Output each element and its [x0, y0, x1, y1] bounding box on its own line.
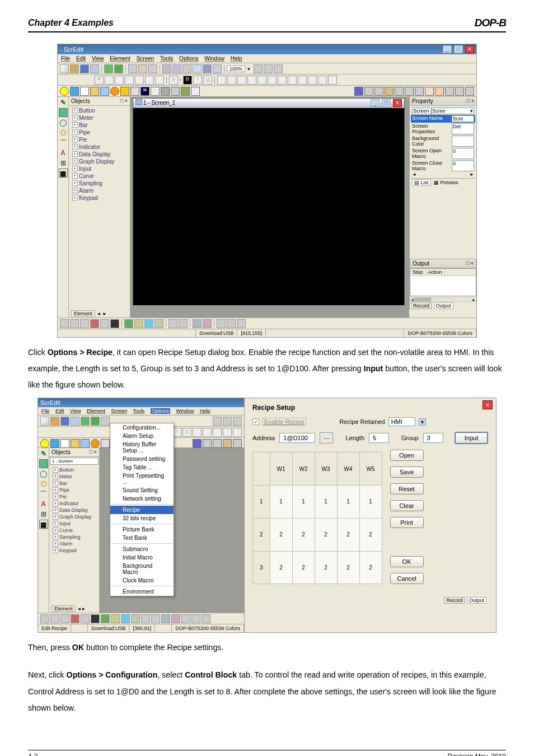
text-icon[interactable]: A	[39, 500, 48, 508]
mi-print-typeset[interactable]: Print Typesetting ...	[110, 472, 174, 486]
clear-button[interactable]: Clear	[390, 500, 424, 511]
tree-data-display[interactable]: Data Display	[51, 507, 97, 514]
grid-icon[interactable]	[191, 614, 200, 623]
open-icon[interactable]	[70, 64, 79, 73]
tree-button[interactable]: Button	[71, 107, 128, 114]
tool-icon[interactable]	[223, 439, 232, 448]
length-field[interactable]: 5	[369, 433, 389, 443]
align-center-icon[interactable]	[70, 319, 79, 328]
tree-graph-display[interactable]: Graph Display	[51, 514, 97, 520]
print-icon[interactable]	[203, 64, 212, 73]
tree-keypad[interactable]: Keypad	[71, 194, 128, 202]
scroll-left-icon[interactable]: ◄	[412, 172, 416, 177]
tree-meter[interactable]: Meter	[51, 473, 97, 480]
scale-icon[interactable]: ⊞	[59, 158, 68, 167]
undo-icon[interactable]	[162, 64, 171, 73]
grid-icon[interactable]	[181, 614, 190, 623]
tree-pie[interactable]: Pie	[51, 493, 97, 500]
bar-icon[interactable]	[71, 439, 79, 448]
tool-icon[interactable]	[168, 319, 177, 328]
align-left-icon[interactable]	[105, 76, 114, 85]
curve-icon[interactable]	[171, 87, 180, 96]
menu-screen[interactable]: Screen	[111, 408, 127, 414]
tool-icon[interactable]	[268, 76, 277, 85]
scroll-thumb[interactable]	[414, 298, 431, 301]
underline-text-icon[interactable]: A	[169, 76, 178, 85]
tree-alarm[interactable]: Alarm	[51, 540, 97, 547]
property-close[interactable]: □ ×	[467, 98, 474, 104]
menu-edit[interactable]: Edit	[55, 408, 64, 414]
tree-graph-display[interactable]: Graph Display	[71, 158, 128, 165]
copy-icon[interactable]	[138, 64, 147, 73]
output-close[interactable]: □ ×	[466, 260, 474, 267]
frame-icon[interactable]	[237, 76, 246, 85]
menu-file[interactable]: File	[61, 55, 70, 62]
tree-keypad[interactable]: Keypad	[51, 547, 97, 554]
tree-bar[interactable]: Bar	[51, 480, 97, 487]
cancel-button[interactable]: Cancel	[390, 573, 424, 584]
tree-curve[interactable]: Curve	[51, 527, 97, 534]
dialog-close-icon[interactable]: ×	[483, 400, 493, 409]
menubar[interactable]: File Edit View Element Screen Tools Opti…	[58, 54, 476, 63]
table-icon[interactable]: ▦	[59, 169, 68, 178]
tool-icon[interactable]	[298, 76, 307, 85]
scale-icon[interactable]: ⊞	[39, 510, 48, 519]
tool-icon[interactable]	[213, 439, 222, 448]
cell[interactable]: 1	[359, 486, 382, 519]
cell[interactable]: 1	[292, 486, 315, 519]
align-left-icon[interactable]	[60, 319, 69, 328]
align-right-icon[interactable]	[125, 76, 134, 85]
download-icon[interactable]	[91, 417, 100, 426]
grid-icon[interactable]	[202, 614, 210, 623]
underline-icon[interactable]: U	[182, 428, 191, 437]
tool-icon[interactable]	[124, 319, 133, 328]
pencil-icon[interactable]: ✎	[59, 98, 68, 107]
underline-icon[interactable]: U	[203, 76, 212, 85]
prop-close-macro[interactable]: Screen Close Macro 0	[411, 160, 475, 172]
indicator-icon[interactable]	[120, 87, 129, 96]
preview-tab[interactable]: ▦ Preview	[432, 180, 460, 185]
pie-icon[interactable]	[91, 439, 100, 448]
prop-screen-name[interactable]: Screen Name Scre	[411, 115, 475, 123]
tool-icon[interactable]	[193, 319, 202, 328]
tool-icon[interactable]	[435, 87, 444, 96]
fill-icon[interactable]	[227, 76, 236, 85]
menu-help[interactable]: Help	[231, 55, 242, 62]
mi-password[interactable]: Password setting	[110, 455, 174, 463]
menubar[interactable]: File Edit View Element Screen Tools Opti…	[38, 407, 244, 416]
table-row[interactable]: 2 2 2 2 2 2	[253, 518, 382, 551]
zoom-fit-icon[interactable]	[233, 417, 242, 426]
tool-icon[interactable]	[395, 87, 404, 96]
tool-icon[interactable]	[425, 87, 434, 96]
output-tab[interactable]: Output	[467, 597, 486, 604]
tool-icon[interactable]	[40, 614, 49, 623]
menu-view[interactable]: View	[92, 55, 104, 62]
tree-bar[interactable]: Bar	[71, 122, 128, 129]
table-row[interactable]: 3 2 2 2 2 2	[253, 551, 382, 584]
polygon-icon[interactable]: ⬠	[59, 128, 68, 137]
valign-mid-icon[interactable]	[145, 76, 154, 85]
bar-icon[interactable]	[90, 87, 99, 96]
menu-window[interactable]: Window	[176, 408, 194, 414]
mi-submacro[interactable]: Submacro	[110, 545, 174, 553]
menu-element[interactable]: Element	[87, 408, 105, 414]
screen-tab[interactable]: 1 - Screen	[50, 458, 99, 465]
tool-icon[interactable]	[100, 319, 109, 328]
tool-icon[interactable]	[91, 614, 100, 623]
save-icon[interactable]	[60, 417, 69, 426]
cell[interactable]: 2	[270, 518, 292, 551]
polygon-icon[interactable]: ⬠	[39, 479, 48, 488]
table-row[interactable]: 1 1 1 1 1 1	[253, 486, 382, 519]
mi-32bit-recipe[interactable]: 32 bits recipe	[110, 514, 174, 522]
menu-window[interactable]: Window	[204, 55, 224, 62]
button-icon[interactable]	[50, 439, 59, 448]
open-button[interactable]: Open	[390, 450, 424, 461]
tool-icon[interactable]	[193, 439, 202, 448]
tool-icon[interactable]	[141, 614, 150, 623]
mi-sound[interactable]: Sound Setting	[110, 486, 174, 494]
tree-input[interactable]: Input	[51, 520, 97, 527]
tool-icon[interactable]	[171, 614, 180, 623]
tree-alarm[interactable]: Alarm	[71, 187, 128, 194]
scroll-right-icon[interactable]: ►	[470, 172, 474, 177]
menu-tools[interactable]: Tools	[133, 408, 144, 414]
